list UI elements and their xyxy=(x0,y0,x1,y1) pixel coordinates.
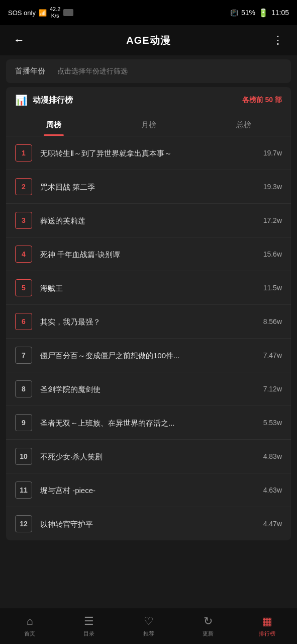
rank-name-12: 以神转宫守护平 xyxy=(40,519,257,529)
rank-badge-11: 11 xyxy=(15,481,32,499)
rank-score-4: 15.6w xyxy=(263,250,282,258)
recommend-icon: ♡ xyxy=(144,615,154,628)
rank-badge-1: 1 xyxy=(15,144,32,162)
clock: 11:05 xyxy=(271,9,289,17)
year-filter-label: 首播年份 xyxy=(15,66,45,76)
tabs-container: 周榜 月榜 总榜 xyxy=(6,113,291,136)
table-row[interactable]: 5 海贼王 11.5w xyxy=(6,271,291,305)
update-label: 更新 xyxy=(203,630,214,637)
catalog-label: 目录 xyxy=(83,630,94,637)
rank-score-9: 5.53w xyxy=(263,419,282,427)
rank-name-3: 葬送的芙莉莲 xyxy=(40,215,257,226)
home-label: 首页 xyxy=(24,630,35,637)
rank-score-12: 4.47w xyxy=(263,520,282,528)
ranking-header: 📊 动漫排行榜 各榜前 50 部 xyxy=(6,87,291,113)
tab-monthly[interactable]: 月榜 xyxy=(101,113,196,136)
table-row[interactable]: 6 其实，我乃最强？ 8.56w xyxy=(6,305,291,339)
rank-badge-3: 3 xyxy=(15,212,32,229)
rank-score-5: 11.5w xyxy=(263,284,282,292)
rank-name-7: 僵尸百分百～变成僵尸之前想做的100件... xyxy=(40,350,257,361)
table-row[interactable]: 2 咒术回战 第二季 19.3w xyxy=(6,170,291,204)
status-right: 📳 51% 🔋 11:05 xyxy=(230,8,289,18)
tab-total[interactable]: 总榜 xyxy=(196,113,291,136)
bottom-nav-update[interactable]: ↻ 更新 xyxy=(178,611,238,641)
ranking-icon: ▦ xyxy=(262,615,272,628)
battery-level: 51% xyxy=(241,9,255,17)
bottom-nav-ranking[interactable]: ▦ 排行榜 xyxy=(238,611,297,641)
ranking-list: 1 无职转生Ⅱ～到了异世界就拿出真本事～ 19.7w 2 咒术回战 第二季 19… xyxy=(6,136,291,540)
table-row[interactable]: 7 僵尸百分百～变成僵尸之前想做的100件... 7.47w xyxy=(6,339,291,372)
ranking-count: 各榜前 50 部 xyxy=(242,96,282,105)
bottom-nav: ⌂ 首页 ☰ 目录 ♡ 推荐 ↻ 更新 ▦ 排行榜 xyxy=(0,608,297,644)
back-button[interactable]: ← xyxy=(10,31,28,49)
table-row[interactable]: 10 不死少女·杀人笑剧 4.83w xyxy=(6,440,291,473)
rank-score-11: 4.63w xyxy=(263,486,282,494)
bottom-nav-catalog[interactable]: ☰ 目录 xyxy=(59,611,119,641)
rank-name-1: 无职转生Ⅱ～到了异世界就拿出真本事～ xyxy=(40,148,257,158)
recommend-label: 推荐 xyxy=(143,630,154,637)
year-filter-hint: 点击选择年份进行筛选 xyxy=(57,67,128,76)
rank-badge-10: 10 xyxy=(15,448,32,465)
table-row[interactable]: 11 堀与宫村 -piece- 4.63w xyxy=(6,473,291,507)
table-row[interactable]: 1 无职转生Ⅱ～到了异世界就拿出真本事～ 19.7w xyxy=(6,136,291,170)
rank-name-8: 圣剑学院的魔剑使 xyxy=(40,384,257,394)
rank-badge-9: 9 xyxy=(15,414,32,431)
rank-name-2: 咒术回战 第二季 xyxy=(40,182,257,192)
table-row[interactable]: 12 以神转宫守护平 4.47w xyxy=(6,507,291,540)
more-button[interactable]: ⋮ xyxy=(269,31,287,49)
status-bar: SOS only 📶 42.2K/s 📳 51% 🔋 11:05 xyxy=(0,0,297,25)
rank-score-6: 8.56w xyxy=(263,317,282,326)
rank-badge-2: 2 xyxy=(15,178,32,195)
rank-score-7: 7.47w xyxy=(263,351,282,359)
rank-score-2: 19.3w xyxy=(263,183,282,191)
rank-badge-5: 5 xyxy=(15,279,32,296)
rank-name-11: 堀与宫村 -piece- xyxy=(40,485,257,496)
update-icon: ↻ xyxy=(204,615,213,628)
rank-name-10: 不死少女·杀人笑剧 xyxy=(40,451,257,462)
bottom-nav-recommend[interactable]: ♡ 推荐 xyxy=(119,611,178,641)
rank-badge-7: 7 xyxy=(15,347,32,364)
rank-score-8: 7.12w xyxy=(263,385,282,393)
rank-score-1: 19.7w xyxy=(263,149,282,157)
rank-score-3: 17.2w xyxy=(263,216,282,224)
status-left: SOS only 📶 42.2K/s xyxy=(8,6,73,19)
extra-icon xyxy=(63,9,73,16)
battery-icon: 🔋 xyxy=(258,8,268,18)
rank-badge-6: 6 xyxy=(15,313,32,330)
signal-icon: 📶 xyxy=(39,9,47,17)
tab-weekly[interactable]: 周榜 xyxy=(6,113,101,136)
rank-badge-8: 8 xyxy=(15,380,32,397)
ranking-label: 排行榜 xyxy=(259,630,275,637)
table-row[interactable]: 8 圣剑学院的魔剑使 7.12w xyxy=(6,372,291,406)
ranking-title: 动漫排行榜 xyxy=(33,95,73,106)
vibrate-icon: 📳 xyxy=(230,9,238,17)
table-row[interactable]: 4 死神 千年血战篇-诀别谭 15.6w xyxy=(6,237,291,271)
rank-badge-4: 4 xyxy=(15,246,32,263)
ranking-count-suffix: 部 xyxy=(275,96,282,104)
rank-name-6: 其实，我乃最强？ xyxy=(40,316,257,327)
bottom-nav-home[interactable]: ⌂ 首页 xyxy=(0,611,59,641)
ranking-count-prefix: 各榜前 xyxy=(242,96,263,104)
page-title: AGE动漫 xyxy=(126,34,170,47)
speed-label: 42.2K/s xyxy=(50,6,60,19)
home-icon: ⌂ xyxy=(26,615,33,628)
rank-name-9: 圣者无双～上班族、在异世界的存活之... xyxy=(40,418,257,428)
rank-name-4: 死神 千年血战篇-诀别谭 xyxy=(40,249,257,260)
ranking-count-number: 50 xyxy=(265,96,273,104)
table-row[interactable]: 9 圣者无双～上班族、在异世界的存活之... 5.53w xyxy=(6,406,291,440)
rank-badge-12: 12 xyxy=(15,515,32,532)
rank-name-5: 海贼王 xyxy=(40,283,257,293)
year-filter[interactable]: 首播年份 点击选择年份进行筛选 xyxy=(6,59,291,83)
catalog-icon: ☰ xyxy=(84,615,94,628)
ranking-header-left: 📊 动漫排行榜 xyxy=(15,94,73,106)
nav-bar: ← AGE动漫 ⋮ xyxy=(0,25,297,55)
chart-icon: 📊 xyxy=(15,94,28,106)
table-row[interactable]: 3 葬送的芙莉莲 17.2w xyxy=(6,204,291,237)
rank-score-10: 4.83w xyxy=(263,452,282,460)
sos-label: SOS only xyxy=(8,9,36,17)
